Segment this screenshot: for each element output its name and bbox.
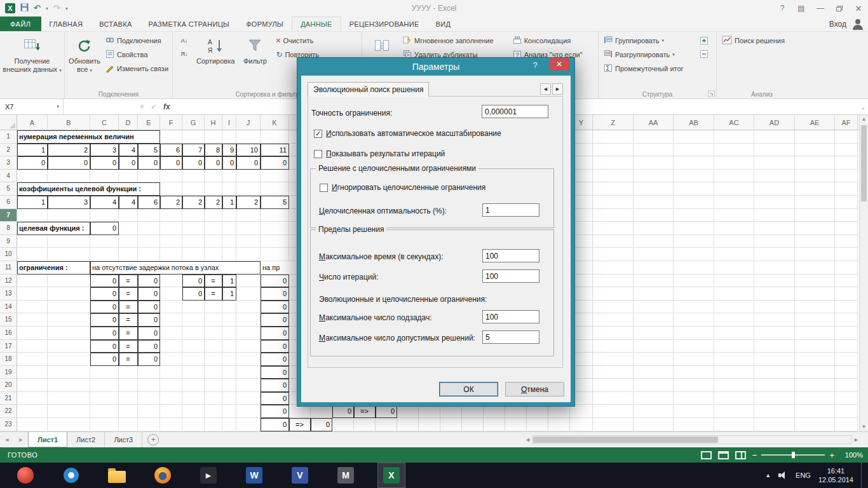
cell-F20[interactable] <box>160 379 182 392</box>
cell-K4[interactable] <box>261 170 289 183</box>
cell-C16[interactable]: 0 <box>90 327 119 340</box>
cell-Z13[interactable] <box>593 287 634 301</box>
row-header-21[interactable]: 21 <box>0 392 17 405</box>
cell-AD5[interactable] <box>754 182 795 196</box>
cell-K21[interactable]: 0 <box>261 392 289 405</box>
zoom-level-label[interactable]: 100% <box>839 451 863 459</box>
taskbar-app-red[interactable] <box>11 463 39 488</box>
cell-G17[interactable] <box>182 340 205 353</box>
cell-AC13[interactable] <box>714 287 754 301</box>
close-icon[interactable]: ✕ <box>849 0 868 17</box>
cell-AB9[interactable] <box>674 235 714 248</box>
cell-C13[interactable]: 0 <box>90 287 119 301</box>
cell-F3[interactable]: 0 <box>160 156 182 170</box>
row-header-17[interactable]: 17 <box>0 340 17 353</box>
cell-F5[interactable] <box>160 182 182 196</box>
row-header-23[interactable]: 23 <box>0 418 17 431</box>
row-header-4[interactable]: 4 <box>0 170 17 183</box>
row-header-11[interactable]: 11 <box>0 261 17 274</box>
cell-C14[interactable]: 0 <box>90 301 119 314</box>
cell-H4[interactable] <box>205 170 222 183</box>
cell-I5[interactable] <box>222 182 236 196</box>
cell-AE15[interactable] <box>795 313 835 327</box>
cell-C4[interactable] <box>90 170 119 183</box>
cell-AC14[interactable] <box>714 301 754 314</box>
cell-AA19[interactable] <box>634 366 674 379</box>
cell-A12[interactable] <box>17 274 48 288</box>
cell-Y22[interactable] <box>570 405 593 418</box>
cell-K9[interactable] <box>261 235 289 248</box>
column-header-J[interactable]: J <box>236 115 261 130</box>
cell-AA16[interactable] <box>634 327 674 340</box>
cell-D9[interactable] <box>119 235 138 248</box>
row-header-10[interactable]: 10 <box>0 248 17 261</box>
taskbar-excel[interactable]: X <box>377 463 405 488</box>
cell-E21[interactable] <box>138 392 160 405</box>
row-header-1[interactable]: 1 <box>0 130 17 144</box>
cell-B23[interactable] <box>48 418 90 431</box>
cell-C7[interactable] <box>90 209 119 222</box>
cell-AE10[interactable] <box>795 248 835 261</box>
cell-AF10[interactable] <box>835 248 858 261</box>
subtotal-button[interactable]: Σ Промежуточный итог <box>600 62 695 76</box>
cell-K22[interactable]: 0 <box>261 405 289 418</box>
dialog-close-icon[interactable]: ✕ <box>549 58 569 71</box>
cell-AC3[interactable] <box>714 156 754 170</box>
cell-AD11[interactable] <box>754 261 795 274</box>
sheet-tab-3[interactable]: Лист3 <box>105 432 142 447</box>
cell-AD2[interactable] <box>754 144 795 157</box>
taskbar-m-app[interactable]: M <box>332 463 360 488</box>
hscroll-thumb[interactable] <box>533 437 718 443</box>
cell-AC17[interactable] <box>714 340 754 353</box>
cell-AD23[interactable] <box>754 418 795 431</box>
cell-F22[interactable] <box>160 405 182 418</box>
cell-B14[interactable] <box>48 301 90 314</box>
cell-L22[interactable] <box>289 405 311 418</box>
flash-fill-button[interactable]: Мгновенное заполнение <box>400 34 510 48</box>
cell-H22[interactable] <box>205 405 222 418</box>
cell-F18[interactable] <box>160 353 182 366</box>
cell-E3[interactable]: 0 <box>138 156 160 170</box>
cell-AB17[interactable] <box>674 340 714 353</box>
cell-G23[interactable] <box>182 418 205 431</box>
cell-D15[interactable]: = <box>119 313 138 327</box>
cell-AB12[interactable] <box>674 274 714 288</box>
cell-A8[interactable]: целевая функция : <box>17 222 90 235</box>
cell-AC7[interactable] <box>714 209 754 222</box>
cell-AC20[interactable] <box>714 379 754 392</box>
tab-insert[interactable]: ВСТАВКА <box>91 17 140 31</box>
column-header-A[interactable]: A <box>17 115 48 130</box>
cell-G12[interactable]: 0 <box>182 274 205 288</box>
name-box-dropdown-icon[interactable]: ▾ <box>57 104 59 109</box>
cell-A19[interactable] <box>17 366 48 379</box>
cell-G3[interactable]: 0 <box>182 156 205 170</box>
cell-AA7[interactable] <box>634 209 674 222</box>
cell-AB10[interactable] <box>674 248 714 261</box>
cell-E14[interactable]: 0 <box>138 301 160 314</box>
sort-descending-icon[interactable]: Я↓ <box>175 47 194 60</box>
column-header-H[interactable]: H <box>205 115 222 130</box>
cell-AA1[interactable] <box>634 130 674 144</box>
cell-AC2[interactable] <box>714 144 754 157</box>
cell-AF15[interactable] <box>835 313 858 327</box>
cell-AA8[interactable] <box>634 222 674 235</box>
tab-evolutionary-solving[interactable]: Эволюционный поиск решения <box>308 82 429 97</box>
column-header-G[interactable]: G <box>182 115 205 130</box>
precision-input[interactable] <box>482 105 548 118</box>
cell-E8[interactable] <box>138 222 160 235</box>
cell-J5[interactable] <box>236 182 261 196</box>
cell-V23[interactable] <box>505 418 527 431</box>
cell-P23[interactable] <box>376 418 397 431</box>
cell-F9[interactable] <box>160 235 182 248</box>
cell-H18[interactable] <box>205 353 222 366</box>
cell-F2[interactable]: 6 <box>160 144 182 157</box>
cell-AD16[interactable] <box>754 327 795 340</box>
cell-E15[interactable]: 0 <box>138 313 160 327</box>
cell-K23[interactable]: 0 <box>261 418 289 431</box>
max-time-input[interactable] <box>482 249 539 262</box>
cell-F4[interactable] <box>160 170 182 183</box>
taskbar-file-explorer[interactable] <box>103 463 131 488</box>
cell-K6[interactable]: 5 <box>261 196 289 209</box>
cell-AB23[interactable] <box>674 418 714 431</box>
ignore-integer-checkbox-box[interactable] <box>320 184 328 192</box>
